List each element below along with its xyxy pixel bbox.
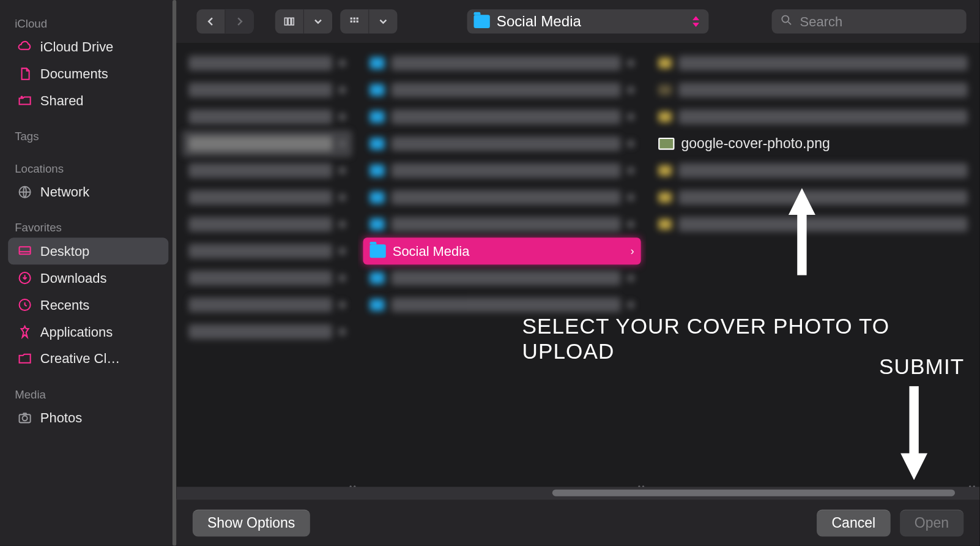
scrollbar-thumb[interactable] — [552, 490, 955, 496]
apps-icon — [16, 323, 34, 341]
doc-icon — [16, 65, 34, 83]
svg-rect-14 — [354, 20, 355, 22]
svg-rect-10 — [351, 18, 352, 20]
sidebar-item-label: Shared — [40, 93, 84, 108]
folder-social-media[interactable]: Social Media › — [363, 237, 640, 264]
forward-button[interactable] — [225, 9, 253, 33]
column-2[interactable]: Social Media › — [358, 43, 647, 499]
open-button[interactable]: Open — [900, 509, 964, 536]
view-mode[interactable] — [275, 9, 332, 33]
search-icon — [780, 13, 793, 29]
column-browser: Social Media › google-cover-photo.png — [177, 43, 980, 499]
back-button[interactable] — [196, 9, 225, 33]
sidebar-item-icloud-drive[interactable]: iCloud Drive — [8, 34, 168, 61]
svg-point-16 — [782, 15, 789, 22]
nav-buttons — [196, 9, 253, 33]
chevron-down-icon — [368, 9, 397, 33]
path-label: Social Media — [497, 13, 683, 31]
sidebar-item-photos[interactable]: Photos — [8, 404, 168, 431]
column-3[interactable]: google-cover-photo.png — [646, 43, 979, 499]
svg-point-0 — [21, 96, 23, 99]
svg-rect-7 — [284, 18, 287, 25]
file-label: google-cover-photo.png — [681, 136, 830, 152]
svg-point-6 — [23, 416, 28, 421]
path-selector[interactable]: Social Media — [467, 9, 709, 33]
svg-rect-13 — [351, 20, 352, 22]
svg-rect-9 — [292, 18, 294, 25]
sidebar-group-tags: Tags — [8, 126, 168, 146]
search-input[interactable]: Search — [772, 9, 967, 33]
file-google-cover-photo[interactable]: google-cover-photo.png — [651, 130, 974, 157]
folder-icon — [473, 15, 489, 28]
sidebar-item-creative-cloud[interactable]: Creative Cl… — [8, 345, 168, 372]
chevron-down-icon — [303, 9, 332, 33]
sidebar: iCloud iCloud Drive Documents Shared Tag… — [0, 0, 177, 546]
sidebar-group-locations: Locations — [8, 159, 168, 179]
svg-rect-2 — [20, 247, 31, 254]
column-1[interactable] — [177, 43, 358, 499]
sidebar-item-shared[interactable]: Shared — [8, 88, 168, 114]
chevron-right-icon: › — [631, 245, 634, 257]
sidebar-item-network[interactable]: Network — [8, 179, 168, 206]
desktop-icon — [16, 242, 34, 260]
sidebar-item-applications[interactable]: Applications — [8, 318, 168, 345]
sidebar-item-label: Documents — [40, 66, 108, 81]
sidebar-item-label: Photos — [40, 410, 82, 425]
sidebar-item-label: Applications — [40, 324, 113, 339]
show-options-button[interactable]: Show Options — [193, 509, 310, 536]
sidebar-item-recents[interactable]: Recents — [8, 291, 168, 318]
sidebar-item-downloads[interactable]: Downloads — [8, 264, 168, 291]
svg-rect-8 — [288, 18, 291, 25]
horizontal-scrollbar[interactable] — [177, 487, 980, 499]
sidebar-item-label: Downloads — [40, 271, 107, 286]
sidebar-item-label: iCloud Drive — [40, 39, 114, 54]
sidebar-group-media: Media — [8, 384, 168, 404]
svg-rect-11 — [354, 18, 355, 20]
sidebar-item-label: Creative Cl… — [40, 351, 120, 366]
cancel-button[interactable]: Cancel — [817, 509, 890, 536]
camera-icon — [16, 409, 34, 427]
sidebar-item-label: Network — [40, 184, 89, 200]
shared-icon — [16, 92, 34, 110]
group-mode[interactable] — [340, 9, 397, 33]
folder-label: Social Media — [393, 244, 470, 259]
image-thumbnail-icon — [658, 138, 674, 150]
sidebar-group-icloud: iCloud — [8, 13, 168, 34]
sidebar-item-label: Recents — [40, 297, 89, 312]
columns-view-icon — [275, 9, 303, 33]
sidebar-item-documents[interactable]: Documents — [8, 61, 168, 88]
cloud-icon — [16, 39, 34, 56]
sidebar-item-label: Desktop — [40, 244, 89, 259]
updown-icon — [690, 13, 702, 29]
sidebar-item-desktop[interactable]: Desktop — [8, 237, 168, 264]
globe-icon — [16, 183, 34, 201]
main-panel: Social Media Search — [177, 0, 980, 546]
svg-rect-12 — [357, 18, 358, 20]
grid-icon — [340, 9, 368, 33]
sidebar-group-favorites: Favorites — [8, 217, 168, 237]
footer: Show Options Cancel Open — [177, 499, 980, 546]
clock-icon — [16, 296, 34, 314]
toolbar: Social Media Search — [177, 0, 980, 43]
search-placeholder: Search — [800, 13, 843, 29]
download-icon — [16, 269, 34, 287]
folder-icon — [16, 350, 34, 368]
folder-icon — [369, 244, 385, 258]
finder-window: iCloud iCloud Drive Documents Shared Tag… — [0, 0, 980, 546]
svg-rect-15 — [357, 20, 358, 22]
